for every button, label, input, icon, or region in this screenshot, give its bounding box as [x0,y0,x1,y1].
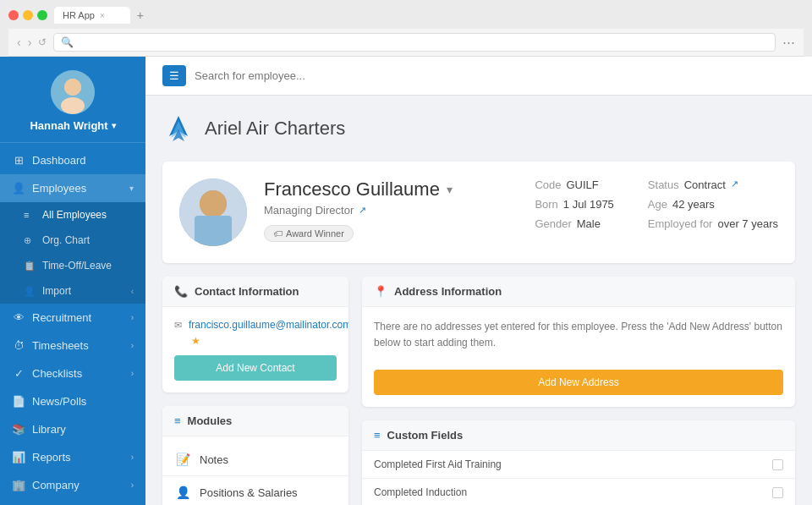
sidebar-item-company[interactable]: 🏢 Company › [0,471,145,499]
external-link-icon[interactable]: ↗ [359,205,366,216]
sidebar-item-import[interactable]: 👤 Import ‹ [0,278,145,304]
contact-card: 📞 Contact Information ✉ francisco.guilla… [162,277,348,392]
app-container: Hannah Wright ▾ ⊞ Dashboard 👤 Employees … [0,57,812,505]
employee-gender-row: Gender Male [535,217,613,230]
company-header: Ariel Air Charters [162,113,795,145]
topbar: ☰ [145,57,812,96]
award-badge: 🏷 Award Winner [264,225,354,242]
employee-dropdown-icon[interactable]: ▾ [447,183,453,196]
module-item-notes[interactable]: 📝 Notes [162,443,348,476]
reports-chevron-icon: › [131,453,134,462]
notes-icon: 📝 [174,451,191,468]
dashboard-icon: ⊞ [12,154,25,167]
sidebar-item-library[interactable]: 📚 Library [0,415,145,443]
sidebar-item-checklists[interactable]: ✓ Checklists › [0,360,145,387]
forward-icon[interactable]: › [28,36,32,49]
module-positions-label: Positions & Salaries [200,486,298,499]
search-icon: 🔍 [61,36,74,48]
envelope-icon: ✉ [174,320,182,331]
checklists-icon: ✓ [12,367,25,380]
address-card-title: Address Information [394,285,502,298]
phone-icon: 📞 [174,285,188,298]
hamburger-button[interactable]: ☰ [162,65,186,86]
svg-rect-11 [195,216,232,246]
list-icon: ≡ [24,210,36,220]
employee-avatar [179,178,247,246]
url-bar[interactable]: 🔍 [53,33,776,52]
contact-star-row: ★ [174,334,337,347]
org-chart-icon: ⊕ [24,235,36,246]
address-empty-text: There are no addresses yet entered for t… [374,319,783,351]
library-icon: 📚 [12,423,25,436]
employee-employed-row: Employed for over 7 years [648,217,778,230]
new-tab-btn[interactable]: + [137,8,144,22]
employees-icon: 👤 [12,182,25,195]
employee-name: Francesco Guillaume [264,178,440,200]
back-icon[interactable]: ‹ [17,36,21,49]
newspolls-icon: 📄 [12,395,25,408]
minimize-dot[interactable] [23,10,33,20]
employee-title: Managing Director [264,204,354,217]
contact-card-title: Contact Information [195,285,299,298]
positions-icon: 👤 [174,484,191,501]
custom-fields-card-header: ≡ Custom Fields [362,420,795,451]
employee-code-row: Code GUILF [535,178,613,191]
employee-title-row: Managing Director ↗ [264,204,518,217]
tab-close-icon[interactable]: × [100,11,105,20]
address-card: 📍 Address Information There are no addre… [362,277,795,407]
browser-menu-icon[interactable]: ⋯ [782,35,795,50]
employee-info: Francesco Guillaume ▾ Managing Director … [264,178,518,242]
cf-first-aid-label: Completed First Aid Training [374,458,502,470]
sidebar-item-org-chart[interactable]: ⊕ Org. Chart [0,228,145,253]
contact-card-header: 📞 Contact Information [162,277,348,307]
avatar [51,70,95,114]
sidebar-nav: ⊞ Dashboard 👤 Employees ▾ ≡ All Employee… [0,143,145,505]
sidebar-item-time-off[interactable]: 📋 Time-Off/Leave [0,253,145,278]
add-address-button[interactable]: Add New Address [374,370,783,395]
sidebar-item-reports[interactable]: 📊 Reports › [0,443,145,471]
cf-induction-checkbox[interactable] [772,487,783,498]
company-name: Ariel Air Charters [205,118,345,140]
svg-point-3 [64,79,81,96]
window-controls [8,10,47,20]
sidebar-item-dashboard[interactable]: ⊞ Dashboard [0,146,145,174]
browser-tab[interactable]: HR App × [54,7,130,24]
module-item-positions[interactable]: 👤 Positions & Salaries [162,476,348,505]
import-icon: 👤 [24,286,36,297]
modules-icon: ≡ [174,414,181,427]
modules-card-header: ≡ Modules [162,406,348,436]
employee-name-row: Francesco Guillaume ▾ [264,178,518,200]
employee-card: Francesco Guillaume ▾ Managing Director … [162,162,795,263]
close-dot[interactable] [8,10,19,20]
cf-first-aid-checkbox[interactable] [772,459,783,470]
time-off-icon: 📋 [24,261,36,272]
employee-age-row: Age 42 years [648,198,778,211]
page-content: Ariel Air Charters Francesco Guillaume [145,96,812,505]
sidebar-item-timesheets[interactable]: ⏱ Timesheets › [0,332,145,360]
reports-icon: 📊 [12,451,25,464]
module-notes-label: Notes [200,453,228,466]
contact-card-body: ✉ francisco.guillaume@mailinator.com › ★… [162,307,348,392]
left-cards: 📞 Contact Information ✉ francisco.guilla… [162,277,348,505]
search-input[interactable] [195,69,795,82]
sidebar-item-employees[interactable]: 👤 Employees ▾ [0,174,145,202]
maximize-dot[interactable] [37,10,47,20]
sidebar-item-recruitment[interactable]: 👁 Recruitment › [0,304,145,332]
custom-fields-card: ≡ Custom Fields Completed First Aid Trai… [362,420,795,505]
svg-point-2 [61,97,85,114]
sidebar-item-all-employees[interactable]: ≡ All Employees [0,202,145,228]
cf-induction-label: Completed Induction [374,486,467,498]
refresh-icon[interactable]: ↺ [38,36,47,48]
custom-fields-icon: ≡ [374,429,381,442]
address-card-body: There are no addresses yet entered for t… [362,307,795,407]
modules-card-title: Modules [188,414,233,427]
browser-titlebar: HR App × + [8,7,804,24]
sidebar-item-newspolls[interactable]: 📄 News/Polls [0,387,145,415]
status-ext-link-icon[interactable]: ↗ [731,178,738,191]
modules-card: ≡ Modules 📝 Notes 👤 Positions & Salaries [162,406,348,505]
timesheets-icon: ⏱ [12,339,25,352]
add-contact-button[interactable]: Add New Contact [174,355,337,381]
sidebar-user: Hannah Wright ▾ [0,57,145,143]
sidebar-username[interactable]: Hannah Wright ▾ [8,119,137,132]
contact-email[interactable]: francisco.guillaume@mailinator.com [189,319,348,331]
